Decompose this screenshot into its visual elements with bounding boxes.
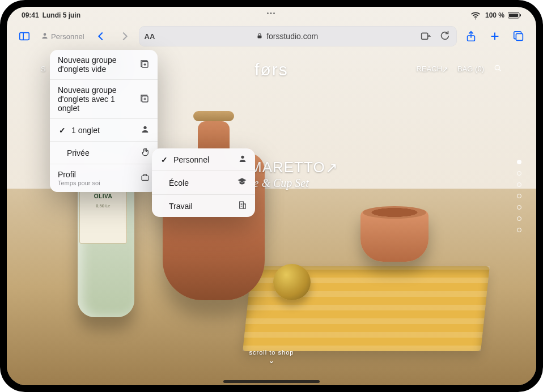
forward-button	[115, 27, 134, 46]
graduation-cap-icon	[237, 177, 247, 189]
arrow-ne-icon: ↗	[325, 159, 338, 177]
svg-rect-22	[142, 176, 149, 180]
ipad-frame: CASA OLEARIA OLIO EXTRA VERGINE DI OLIVA…	[0, 0, 543, 392]
svg-point-6	[44, 33, 46, 36]
status-time: 09:41	[22, 11, 39, 19]
svg-rect-7	[258, 35, 262, 38]
hero-subtitle: fe & Cup Set	[251, 177, 309, 190]
menu-item-new-group-with-tab[interactable]: Nouveau groupe d'onglets avec 1 onglet	[50, 79, 158, 118]
page-dot[interactable]	[517, 228, 521, 232]
hero-title[interactable]: MARETTO↗	[249, 159, 338, 176]
scene-fruit	[273, 264, 311, 300]
checkmark-icon: ✓	[160, 155, 169, 164]
profiles-submenu: ✓ Personnel École Travail	[152, 148, 255, 217]
wifi-icon	[469, 9, 482, 22]
site-reach-link[interactable]: REACH ↗	[417, 65, 449, 73]
site-brand-logo[interactable]: førs	[254, 60, 289, 79]
person-icon	[238, 154, 247, 165]
profile-option-work[interactable]: Travail	[152, 194, 255, 217]
chevron-down-icon: ⌄	[249, 356, 294, 365]
menu-item-private[interactable]: Privée	[50, 141, 158, 164]
person-icon	[141, 125, 150, 135]
page-dot[interactable]	[517, 182, 521, 187]
svg-point-0	[475, 19, 476, 20]
menu-item-new-empty-group[interactable]: Nouveau groupe d'onglets vide	[50, 50, 158, 79]
menu-item-one-tab[interactable]: ✓ 1 onglet	[50, 118, 158, 141]
profile-option-personal[interactable]: ✓ Personnel	[152, 148, 255, 171]
reload-icon[interactable]	[439, 29, 451, 44]
person-icon	[41, 32, 49, 41]
battery-percent: 100 %	[485, 11, 504, 19]
address-bar[interactable]: AA forsstudio.com	[139, 26, 457, 46]
svg-rect-3	[520, 14, 521, 16]
sidebar-button[interactable]	[15, 27, 34, 46]
page-dots[interactable]	[517, 160, 521, 232]
bottle-label-size: 0,50 L℮	[83, 203, 123, 208]
scene-cup	[360, 210, 434, 272]
back-button[interactable]	[91, 27, 111, 46]
profile-chip[interactable]: Personnel	[39, 32, 87, 41]
profile-chip-label: Personnel	[51, 32, 84, 41]
svg-rect-25	[243, 204, 245, 208]
url-text: forsstudio.com	[266, 32, 318, 41]
site-search-icon[interactable]	[493, 63, 502, 74]
share-button[interactable]	[461, 27, 481, 46]
tabs-button[interactable]	[509, 27, 528, 46]
tab-groups-menu: Nouveau groupe d'onglets vide Nouveau gr…	[50, 50, 158, 192]
scroll-hint[interactable]: scroll to shop ⌄	[249, 349, 294, 365]
status-bar: 09:41 Lundi 5 juin 100 %	[7, 9, 536, 22]
text-size-button[interactable]: AA	[145, 32, 155, 41]
tabgroup-plus-icon	[139, 59, 150, 71]
svg-point-23	[241, 156, 244, 159]
screen: CASA OLEARIA OLIO EXTRA VERGINE DI OLIVA…	[7, 7, 536, 385]
svg-point-21	[143, 126, 146, 129]
page-dot[interactable]	[517, 160, 521, 164]
status-date: Lundi 5 juin	[43, 11, 80, 19]
lock-icon	[256, 32, 263, 41]
arrow-ne-icon: ↗	[442, 65, 448, 74]
svg-line-14	[499, 69, 500, 71]
svg-point-13	[495, 65, 499, 70]
building-icon	[238, 201, 247, 211]
site-bag-link[interactable]: BAG (0)	[457, 65, 484, 73]
profile-option-school[interactable]: École	[152, 171, 255, 194]
battery-icon	[508, 12, 521, 19]
checkmark-icon: ✓	[58, 126, 67, 135]
menu-item-profile[interactable]: Profil Temps pour soi	[50, 164, 158, 192]
menu-profile-sub: Temps pour soi	[58, 180, 100, 186]
page-dot[interactable]	[517, 205, 521, 210]
svg-rect-4	[20, 33, 29, 40]
site-menu-button[interactable]: S	[41, 65, 47, 73]
briefcase-icon	[141, 173, 150, 184]
svg-rect-8	[422, 33, 428, 39]
svg-rect-24	[240, 202, 244, 208]
home-indicator[interactable]	[223, 380, 320, 383]
svg-rect-2	[509, 14, 518, 17]
extensions-icon[interactable]	[419, 29, 432, 44]
svg-rect-12	[516, 33, 523, 40]
page-dot[interactable]	[517, 216, 521, 221]
hand-privacy-icon	[141, 147, 150, 158]
safari-toolbar: Personnel AA forsstudio.com	[15, 24, 528, 49]
tabgroup-plus-icon	[139, 93, 150, 105]
page-dot[interactable]	[517, 171, 521, 176]
page-dot[interactable]	[517, 194, 521, 198]
new-tab-button[interactable]	[485, 27, 504, 46]
